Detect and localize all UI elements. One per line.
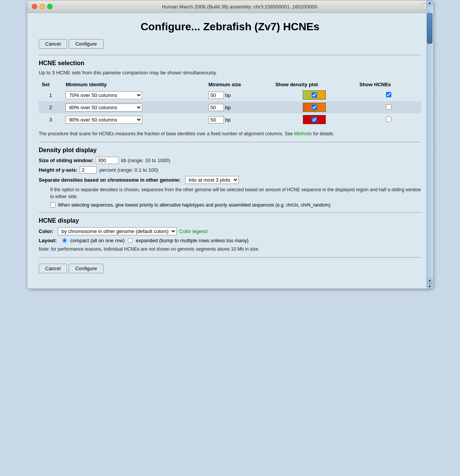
sliding-window-input[interactable] — [96, 157, 119, 164]
close-button[interactable] — [32, 4, 37, 9]
hcne-selection-heading: HCNE selection — [39, 60, 421, 67]
table-row: 3 70% over 50 columns 80% over 50 column… — [39, 113, 421, 126]
window-title: Human March 2006 (Build 36) assembly: ch… — [57, 4, 422, 10]
row1-showhcne-checkbox[interactable] — [386, 92, 391, 97]
layout-label: Layout: — [39, 238, 57, 243]
bottom-tab-bar: Cancel Configure — [39, 264, 421, 281]
separate-row: Separate densities based on chromosome i… — [39, 176, 421, 184]
indent-text: If the option to separate densities is c… — [50, 186, 421, 200]
divider-3 — [39, 212, 421, 213]
layout-row: Layout: compact (all on one row) expande… — [39, 238, 421, 243]
color-select[interactable]: by chromosome in other genome (default c… — [58, 227, 177, 235]
row3-identity-cell: 70% over 50 columns 80% over 50 columns … — [62, 113, 205, 126]
yaxis-label: Height of y-axis: — [39, 167, 77, 173]
row3-density-checkbox[interactable] — [312, 117, 317, 122]
title-bar: Human March 2006 (Build 36) assembly: ch… — [27, 0, 433, 13]
sliding-window-row: Size of sliding window: kb (range: 10 to… — [39, 157, 421, 164]
row2-identity-cell: 70% over 50 columns 80% over 50 columns … — [62, 101, 205, 113]
layout-compact-radio[interactable] — [62, 238, 67, 243]
scrollbar-down-arrow[interactable]: ▼ — [427, 278, 432, 284]
row3-showhcne-cell — [356, 113, 421, 126]
yaxis-unit: percent (range: 0.1 to 100) — [99, 167, 158, 173]
scrollbar-thumb[interactable] — [427, 13, 432, 44]
row2-size-input[interactable] — [209, 104, 224, 111]
row1-minsize-cell: bp — [205, 89, 273, 101]
cancel-button-top[interactable]: Cancel — [39, 39, 67, 49]
separate-label: Separate densities based on chromosome i… — [39, 177, 181, 183]
col-header-set: Set — [39, 80, 62, 89]
sliding-window-unit: kb (range: 10 to 1000) — [121, 158, 170, 163]
hcne-display-section: HCNE display Color: by chromosome in oth… — [39, 217, 421, 253]
scrollbar-bottom-arrow[interactable]: ▼ — [427, 284, 432, 289]
divider-4 — [39, 257, 421, 258]
traffic-lights — [32, 4, 53, 9]
table-row: 1 70% over 50 columns 80% over 50 column… — [39, 89, 421, 101]
row3-identity-select[interactable]: 70% over 50 columns 80% over 50 columns … — [66, 116, 142, 124]
haplotype-checkbox-row: When selecting sequences, give lowest pr… — [50, 202, 421, 208]
row2-minsize-cell: bp — [205, 101, 273, 113]
perf-note: Note: for performance reasons, individua… — [39, 246, 421, 253]
configure-button-bottom[interactable]: Configure — [69, 264, 103, 273]
row2-showhcne-cell — [356, 101, 421, 113]
row2-density-cell — [272, 101, 356, 113]
layout-expanded-label: expanded (bump to multiple rows unless t… — [136, 238, 248, 243]
page-title: Configure... Zebrafish (Zv7) HCNEs — [39, 21, 421, 33]
row1-density-checkbox[interactable] — [312, 92, 317, 98]
row2-set: 2 — [39, 101, 62, 113]
color-row: Color: by chromosome in other genome (de… — [39, 227, 421, 235]
row1-identity-cell: 70% over 50 columns 80% over 50 columns … — [62, 89, 205, 101]
yaxis-row: Height of y-axis: percent (range: 0.1 to… — [39, 166, 421, 174]
col-header-showhcne: Show HCNEs — [356, 80, 421, 89]
sliding-window-label: Size of sliding window: — [39, 158, 94, 163]
col-header-density: Show density plot — [272, 80, 356, 89]
row3-density-cell — [272, 113, 356, 126]
row2-identity-select[interactable]: 70% over 50 columns 80% over 50 columns … — [66, 103, 142, 112]
row1-unit: bp — [225, 92, 230, 98]
yaxis-input[interactable] — [80, 166, 97, 174]
row3-size-input[interactable] — [209, 116, 224, 123]
row3-minsize-cell: bp — [205, 113, 273, 126]
row3-unit: bp — [225, 117, 230, 123]
row3-set: 3 — [39, 113, 62, 126]
row3-density-box — [303, 115, 326, 124]
hcne-selection-desc: Up to 3 HCNE sets from this pairwise com… — [39, 70, 421, 76]
scrollbar-up-arrow[interactable]: ▲ — [427, 0, 432, 5]
haplotype-label: When selecting sequences, give lowest pr… — [58, 202, 332, 208]
top-tab-bar: Cancel Configure — [39, 39, 421, 49]
row2-density-box — [303, 103, 326, 112]
divider-1 — [39, 55, 421, 55]
haplotype-checkbox[interactable] — [50, 202, 56, 208]
divider-2 — [39, 142, 421, 142]
row2-unit: bp — [225, 105, 230, 110]
configure-button-top[interactable]: Configure — [69, 39, 103, 49]
row3-showhcne-checkbox[interactable] — [386, 117, 391, 122]
hcne-display-heading: HCNE display — [39, 217, 421, 224]
zoom-button[interactable] — [47, 4, 53, 9]
row1-density-cell — [272, 89, 356, 101]
row1-showhcne-cell — [356, 89, 421, 101]
color-label: Color: — [39, 228, 53, 234]
row2-showhcne-checkbox[interactable] — [386, 104, 391, 110]
row1-density-box — [303, 90, 326, 100]
methods-link[interactable]: Methods — [294, 131, 312, 136]
color-legend-link[interactable]: Color legend — [179, 228, 207, 234]
separate-select[interactable]: into at most 3 plots into at most 2 plot… — [185, 176, 239, 184]
hcne-footnote: The procedure that scans for HCNEs measu… — [39, 130, 421, 137]
table-row: 2 70% over 50 columns 80% over 50 column… — [39, 101, 421, 113]
density-plot-heading: Density plot display — [39, 147, 421, 154]
scrollbar[interactable]: ▲ ▼ ▼ — [426, 0, 433, 289]
row1-size-input[interactable] — [209, 92, 224, 99]
hcne-table: Set Minimum identity Minimum size Show d… — [39, 80, 421, 126]
col-header-minid: Minimum identity — [62, 80, 205, 89]
minimize-button[interactable] — [39, 4, 45, 9]
row1-identity-select[interactable]: 70% over 50 columns 80% over 50 columns … — [66, 91, 142, 99]
density-plot-section: Density plot display Size of sliding win… — [39, 147, 421, 208]
cancel-button-bottom[interactable]: Cancel — [39, 264, 67, 273]
layout-expanded-radio[interactable] — [128, 238, 133, 243]
row1-set: 1 — [39, 89, 62, 101]
col-header-minsize: Minimum size — [205, 80, 273, 89]
layout-compact-label: compact (all on one row) — [70, 238, 125, 243]
indent-block: If the option to separate densities is c… — [50, 186, 421, 208]
row2-density-checkbox[interactable] — [312, 105, 317, 110]
